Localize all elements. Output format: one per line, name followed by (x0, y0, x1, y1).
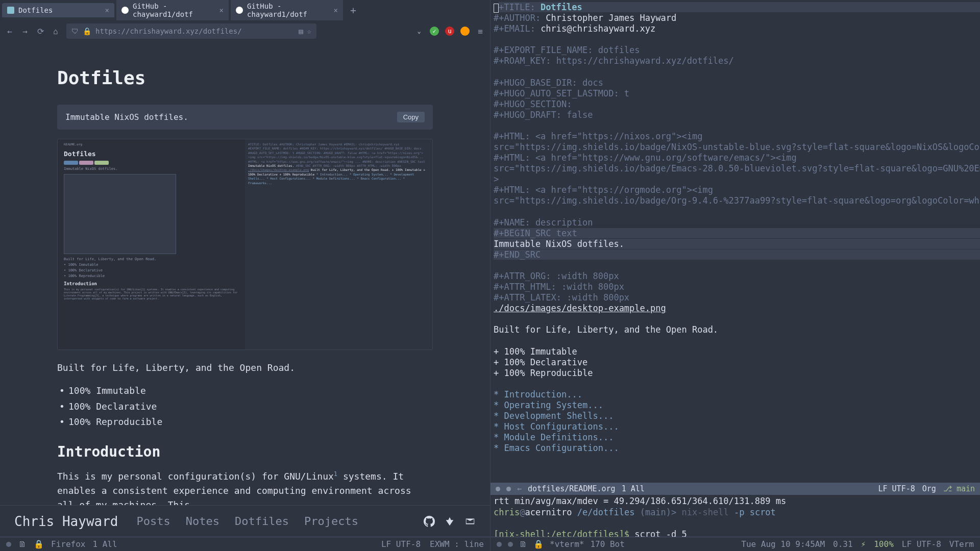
buffer-name: Firefox (51, 539, 85, 549)
favicon-icon (7, 7, 14, 14)
load-avg: 0.31 (833, 539, 853, 549)
intro-paragraph: This is my personal configuration(s) for… (57, 469, 433, 505)
url-bar[interactable]: 🛡 🔒 https://chrishayward.xyz/dotfiles/ ▤… (66, 23, 316, 39)
org-buffer[interactable]: +TITLE: Dotfiles #+AUTHOR: Christopher J… (491, 0, 980, 483)
git-branch: ⎇ main (943, 484, 975, 493)
bookmark-icon[interactable]: ☆ (307, 27, 311, 35)
mini-desc: Immutable NixOS dotfiles. (64, 167, 239, 171)
new-tab-button[interactable]: + (345, 4, 361, 16)
tab-title: GitHub - chayward1/dotf (247, 2, 330, 18)
mini-right-org: #TITLE: Dotfiles #AUTHOR: Christopher Ja… (245, 139, 432, 349)
position: 1 All (622, 484, 645, 493)
lock-icon: 🔒 (34, 539, 44, 549)
arrow-icon: ← (517, 484, 522, 493)
url-text: https://chrishayward.xyz/dotfiles/ (95, 27, 242, 35)
tab-github-1[interactable]: GitHub - chayward1/dotf × (116, 0, 229, 21)
right-pane: +TITLE: Dotfiles #+AUTHOR: Christopher J… (490, 0, 980, 551)
buffer-name: *vterm* (550, 539, 584, 549)
branch-icon: ⎇ (943, 484, 952, 493)
feature-item: 100% Declarative (68, 399, 433, 415)
modeline-vterm: 🗎 🔒 *vterm* 170 Bot Tue Aug 10 9:45AM 0.… (491, 537, 980, 551)
home-icon[interactable]: ⌂ (51, 27, 60, 36)
close-icon[interactable]: × (219, 6, 224, 14)
file-icon: 🗎 (519, 539, 527, 549)
status-dot-icon (506, 487, 511, 491)
gitlab-icon[interactable] (444, 516, 455, 527)
tab-github-2[interactable]: GitHub - chayward1/dotf × (231, 0, 343, 21)
extension-green-icon[interactable]: ✓ (430, 27, 439, 36)
browser-tab-strip: Dotfiles × GitHub - chayward1/dotf × Git… (0, 0, 490, 20)
intro-heading: Introduction (57, 443, 433, 460)
modeline-org: ← dotfiles/README.org 1 All LF UTF-8 Org… (491, 483, 980, 495)
tab-title: GitHub - chayward1/dotf (133, 2, 215, 18)
modeline-browser: 🗎 🔒 Firefox 1 All LF UTF-8 EXWM : line (0, 537, 490, 551)
email-icon[interactable] (464, 516, 476, 527)
menu-icon[interactable]: ≡ (476, 27, 485, 36)
ublock-icon[interactable]: u (445, 27, 454, 36)
status-dot-icon (508, 542, 513, 547)
file-path: dotfiles/README.org (528, 484, 616, 493)
pocket-icon[interactable]: ⌄ (414, 27, 424, 36)
github-icon[interactable] (424, 516, 435, 527)
shield-icon: 🛡 (71, 27, 79, 35)
reader-icon[interactable]: ▤ (299, 27, 303, 35)
page-content: Dotfiles Immutable NixOS dotfiles. Copy … (0, 42, 490, 505)
vterm-terminal[interactable]: rtt min/avg/max/mdev = 49.294/186.651/36… (491, 495, 980, 537)
github-favicon-icon (121, 7, 129, 14)
reload-icon[interactable]: ⟳ (36, 27, 45, 36)
page-title: Dotfiles (57, 67, 433, 88)
copy-button[interactable]: Copy (397, 112, 425, 122)
position: 1 All (92, 539, 117, 549)
description-codeblock: Immutable NixOS dotfiles. Copy (57, 105, 433, 130)
lock-icon: 🔒 (533, 539, 544, 549)
mini-built: Built for Life, Liberty, and the Open Ro… (64, 257, 239, 261)
close-icon[interactable]: × (105, 6, 109, 14)
position: 170 Bot (590, 539, 624, 549)
nav-projects[interactable]: Projects (304, 515, 358, 528)
major-mode: EXWM : line (430, 539, 484, 549)
status-dot-icon (496, 487, 500, 491)
feature-item: 100% Immutable (68, 383, 433, 399)
left-pane: Dotfiles × GitHub - chayward1/dotf × Git… (0, 0, 490, 551)
back-icon[interactable]: ← (5, 27, 14, 36)
encoding: LF UTF-8 (381, 539, 421, 549)
github-favicon-icon (236, 7, 243, 14)
site-footer-nav: Chris Hayward Posts Notes Dotfiles Proje… (0, 505, 490, 537)
major-mode: VTerm (949, 539, 974, 549)
encoding: LF UTF-8 (878, 484, 915, 493)
major-mode: Org (922, 484, 936, 493)
brand[interactable]: Chris Hayward (14, 514, 118, 529)
nav-dotfiles[interactable]: Dotfiles (235, 515, 289, 528)
status-dot-icon (6, 542, 11, 547)
nav-notes[interactable]: Notes (186, 515, 219, 528)
nav-posts[interactable]: Posts (137, 515, 170, 528)
encoding: LF UTF-8 (902, 539, 941, 549)
forward-icon[interactable]: → (20, 27, 30, 36)
lock-icon: 🔒 (83, 27, 91, 35)
datetime: Tue Aug 10 9:45AM (741, 539, 825, 549)
desktop-screenshot: README.org Dotfiles Immutable NixOS dotf… (57, 139, 433, 350)
mini-intro: Introduction (64, 281, 239, 286)
extension-orange-icon[interactable] (460, 27, 470, 36)
browser-toolbar: ← → ⟳ ⌂ 🛡 🔒 https://chrishayward.xyz/dot… (0, 20, 490, 42)
toolbar-extensions: ⌄ ✓ u ≡ (414, 27, 485, 36)
nav-links: Posts Notes Dotfiles Projects (137, 515, 358, 528)
mini-title: Dotfiles (64, 150, 245, 158)
features-list: 100% Immutable 100% Declarative 100% Rep… (57, 383, 433, 430)
file-icon: 🗎 (18, 539, 27, 549)
tagline: Built for Life, Liberty, and the Open Ro… (57, 362, 433, 373)
tab-title: Dotfiles (18, 6, 53, 14)
tab-dotfiles[interactable]: Dotfiles × (2, 3, 114, 17)
feature-item: 100% Reproducible (68, 414, 433, 430)
mini-readme: README.org (64, 142, 239, 146)
battery-icon: ⚡ (861, 539, 866, 549)
status-dot-icon (497, 542, 502, 547)
codeblock-text: Immutable NixOS dotfiles. (65, 112, 188, 122)
browser-viewport[interactable]: Dotfiles Immutable NixOS dotfiles. Copy … (0, 42, 490, 505)
battery-pct: 100% (874, 539, 894, 549)
close-icon[interactable]: × (334, 6, 338, 14)
